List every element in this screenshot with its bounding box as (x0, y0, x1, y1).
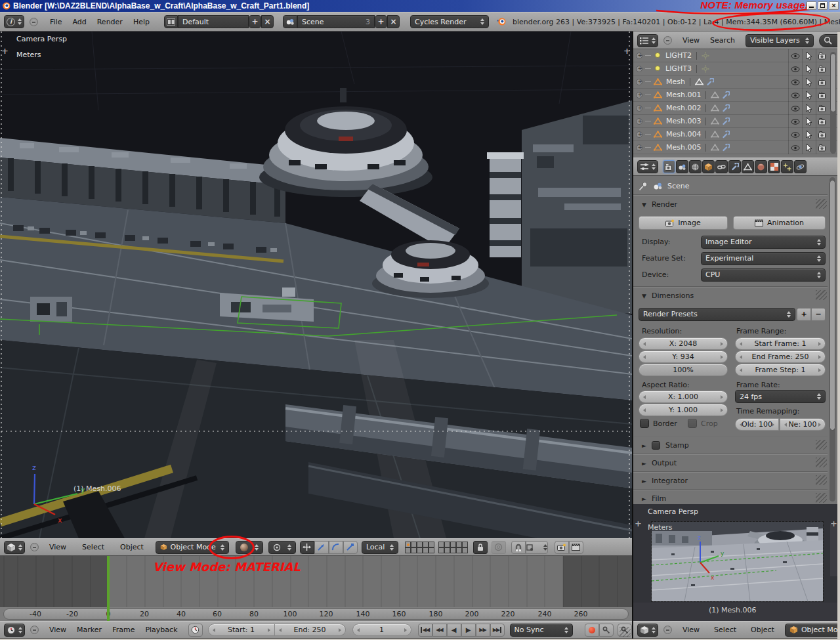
viewport-scene[interactable]: z y x (0, 32, 632, 538)
editor-type-selector[interactable] (4, 541, 25, 554)
translate-manipulator-button[interactable] (314, 541, 329, 554)
outliner-row-mesh003[interactable]: Mesh.003 (633, 115, 837, 128)
scene-icon-button[interactable] (283, 15, 297, 28)
renderable-camera-icon[interactable] (816, 115, 830, 128)
selectable-cursor-icon[interactable] (802, 128, 816, 141)
start-frame-field[interactable]: Start: 1 (208, 624, 275, 636)
mesh-data-icon[interactable] (711, 144, 719, 151)
snap-element-selector[interactable] (526, 541, 548, 554)
selectable-cursor-icon[interactable] (802, 75, 816, 89)
visibility-eye-icon[interactable] (788, 89, 802, 102)
border-option[interactable]: Border (640, 419, 677, 428)
tab-object[interactable] (702, 160, 715, 173)
renderable-camera-icon[interactable] (816, 128, 830, 141)
border-checkbox[interactable] (640, 419, 649, 428)
add-scene-button[interactable] (375, 15, 387, 28)
menu-select[interactable]: Select (709, 626, 742, 634)
crop-checkbox[interactable] (688, 419, 697, 428)
dimensions-panel-header[interactable]: Dimensions (633, 289, 837, 302)
tab-material[interactable] (755, 160, 767, 173)
properties-shelf-expand-icon[interactable]: + (623, 46, 631, 56)
scrubber-bar[interactable] (3, 608, 629, 620)
menu-add[interactable]: Add (67, 18, 91, 26)
previous-keyframe-button[interactable]: ◀◀ (432, 624, 447, 637)
menu-view[interactable]: View (44, 626, 72, 634)
outliner-row-mesh004[interactable]: Mesh.004 (633, 128, 837, 141)
screen-layout-icon-button[interactable] (164, 15, 178, 28)
close-button[interactable]: × (829, 1, 839, 10)
outliner-search-input[interactable] (819, 34, 837, 47)
toolshelf-expand-icon[interactable]: + (1, 46, 9, 56)
jump-to-start-button[interactable]: ◀◀ (418, 624, 432, 637)
properties-scrollbar[interactable] (830, 177, 835, 501)
current-frame-field[interactable]: 1 (352, 624, 411, 636)
header-collapse-button[interactable] (663, 36, 672, 45)
menu-object[interactable]: Object (115, 543, 149, 551)
tab-scene[interactable] (676, 160, 688, 173)
timeline-scrubber[interactable]: -40 -20 0 20 40 60 80 100 120 140 160 18… (0, 607, 632, 621)
tab-particles[interactable] (781, 160, 793, 173)
visibility-eye-icon[interactable] (788, 115, 802, 128)
integrator-panel-header[interactable]: Integrator (633, 473, 837, 488)
visibility-eye-icon[interactable] (788, 141, 802, 154)
visibility-eye-icon[interactable] (788, 62, 802, 75)
editor-type-selector[interactable] (4, 15, 24, 28)
menu-select[interactable]: Select (77, 543, 110, 551)
transform-orientation-selector[interactable]: Local (362, 541, 398, 554)
menu-search[interactable]: Search (705, 36, 740, 45)
mesh-data-icon[interactable] (695, 78, 704, 85)
menu-view[interactable]: View (677, 36, 705, 45)
resolution-x-field[interactable]: X: 2048 (639, 337, 728, 350)
delete-scene-button[interactable] (387, 15, 400, 28)
pivot-selector[interactable] (268, 541, 296, 554)
lamp-data-icon[interactable] (702, 52, 709, 60)
preview-3d-viewport[interactable]: Camera Persp (633, 504, 837, 621)
aspect-x-field[interactable]: X: 1.000 (639, 391, 728, 403)
outliner-filter-selector[interactable]: Visible Layers (746, 34, 814, 47)
header-collapse-button[interactable] (30, 626, 39, 634)
minimize-button[interactable] (807, 1, 816, 10)
outliner-row-mesh[interactable]: Mesh (633, 75, 837, 89)
tab-modifiers[interactable] (728, 160, 741, 173)
outliner-row-mesh002[interactable]: Mesh.002 (633, 102, 837, 115)
expand-icon[interactable] (636, 79, 642, 85)
film-panel-header[interactable]: Film (633, 491, 837, 504)
modifier-wrench-icon[interactable] (722, 91, 730, 99)
play-button[interactable]: ▶ (461, 624, 476, 637)
outliner-row-mesh005[interactable]: Mesh.005 (633, 141, 837, 154)
render-panel-header[interactable]: Render (633, 198, 837, 211)
sync-mode-selector[interactable]: No Sync (510, 624, 573, 637)
delete-layout-button[interactable] (261, 15, 274, 28)
modifier-wrench-icon[interactable] (722, 104, 730, 112)
menu-playback[interactable]: Playback (140, 626, 182, 634)
add-layout-button[interactable] (249, 15, 261, 28)
renderable-camera-icon[interactable] (816, 75, 830, 89)
outliner-row-light2[interactable]: LIGHT2 (633, 49, 837, 62)
modifier-wrench-icon[interactable] (722, 131, 730, 139)
resolution-y-field[interactable]: Y: 934 (639, 351, 728, 363)
render-image-button[interactable]: Image (639, 216, 728, 230)
renderable-camera-icon[interactable] (816, 89, 830, 102)
menu-view[interactable]: View (44, 543, 72, 551)
renderable-camera-icon[interactable] (816, 49, 830, 62)
scrollbar-thumb[interactable] (830, 53, 836, 112)
remove-preset-button[interactable] (811, 308, 826, 321)
selectable-cursor-icon[interactable] (802, 49, 816, 62)
outliner-row-mesh001[interactable]: Mesh.001 (633, 89, 837, 102)
opengl-render-animation-button[interactable] (569, 541, 583, 554)
3d-viewport[interactable]: z y x Camera Persp Meters + + (1) Mesh.0… (0, 32, 632, 538)
corner-resize-grip[interactable] (620, 627, 631, 637)
editor-type-selector[interactable] (637, 624, 658, 637)
tab-world[interactable] (689, 160, 702, 173)
aspect-y-field[interactable]: Y: 1.000 (639, 404, 728, 416)
preview-scene[interactable]: z y x (652, 522, 823, 601)
menu-help[interactable]: Help (128, 18, 155, 26)
menu-marker[interactable]: Marker (72, 626, 107, 634)
end-frame-field[interactable]: End Frame: 250 (735, 351, 826, 363)
tab-texture[interactable] (768, 160, 780, 173)
mesh-data-icon[interactable] (711, 91, 719, 98)
header-collapse-button[interactable] (30, 543, 39, 551)
expand-icon[interactable] (636, 144, 642, 151)
selectable-cursor-icon[interactable] (802, 141, 816, 154)
menu-frame[interactable]: Frame (107, 626, 140, 634)
